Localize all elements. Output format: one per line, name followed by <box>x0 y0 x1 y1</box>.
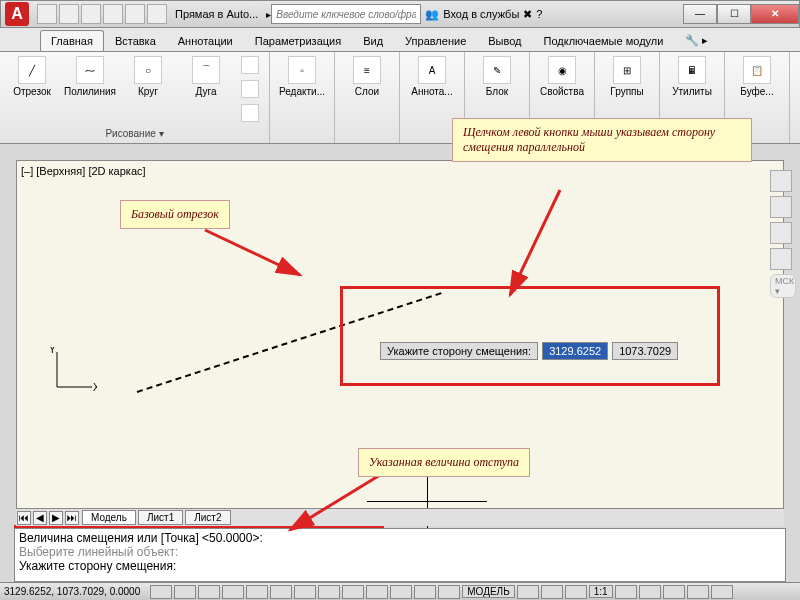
help-icon[interactable]: ? <box>536 8 542 20</box>
window-title: Прямая в Auto... <box>175 8 258 20</box>
sb-ws-icon[interactable] <box>615 585 637 599</box>
status-coords[interactable]: 3129.6252, 1073.7029, 0.0000 <box>4 586 140 597</box>
minimize-button[interactable]: — <box>683 4 717 24</box>
layers-button[interactable]: ≡Слои <box>339 54 395 99</box>
callout-click: Щелчком левой кнопки мыши указываем стор… <box>452 118 752 162</box>
polyline-button[interactable]: ⁓Полилиния <box>62 54 118 99</box>
draw-small-2[interactable] <box>236 78 264 100</box>
callout-base: Базовый отрезок <box>120 200 230 229</box>
annot-button[interactable]: AАннота... <box>404 54 460 99</box>
utils-button[interactable]: 🖩Утилиты <box>664 54 720 99</box>
status-model[interactable]: МОДЕЛЬ <box>462 585 514 598</box>
nav-orbit-icon[interactable] <box>770 248 792 270</box>
line-icon: ╱ <box>18 56 46 84</box>
sb-sc-icon[interactable] <box>438 585 460 599</box>
status-scale[interactable]: 1:1 <box>589 585 613 598</box>
line-button[interactable]: ╱Отрезок <box>4 54 60 99</box>
sb-grid-icon[interactable] <box>174 585 196 599</box>
draw-small-1[interactable] <box>236 54 264 76</box>
sb-ducs-icon[interactable] <box>318 585 340 599</box>
app-icon[interactable]: A <box>5 2 29 26</box>
arc-icon: ⌒ <box>192 56 220 84</box>
cmd-line-1: Величина смещения или [Точка] <50.0000>: <box>19 531 781 545</box>
command-line[interactable]: Величина смещения или [Точка] <50.0000>:… <box>14 528 786 582</box>
sb-qv-icon[interactable] <box>541 585 563 599</box>
props-icon: ◉ <box>548 56 576 84</box>
qat-redo-icon[interactable] <box>125 4 145 24</box>
tab-annotate[interactable]: Аннотации <box>167 30 244 51</box>
edit-icon: ▫ <box>288 56 316 84</box>
sb-clean-icon[interactable] <box>711 585 733 599</box>
layout-next-icon[interactable]: ▶ <box>49 511 63 525</box>
layout-first-icon[interactable]: ⏮ <box>17 511 31 525</box>
qat-new-icon[interactable] <box>37 4 57 24</box>
sb-max-icon[interactable] <box>517 585 539 599</box>
qat-print-icon[interactable] <box>147 4 167 24</box>
status-bar: 3129.6252, 1073.7029, 0.0000 МОДЕЛЬ 1:1 <box>0 582 800 600</box>
close-button[interactable]: ✕ <box>751 4 799 24</box>
arc-button[interactable]: ⌒Дуга <box>178 54 234 99</box>
tab-more[interactable]: 🔧 ▸ <box>674 29 719 51</box>
ribbon-tabs: Главная Вставка Аннотации Параметризация… <box>0 28 800 52</box>
callout-offset: Указанная величина отступа <box>358 448 530 477</box>
qat-save-icon[interactable] <box>81 4 101 24</box>
viewport-label[interactable]: [–] [Верхняя] [2D каркас] <box>21 165 146 177</box>
sb-osnap-icon[interactable] <box>246 585 268 599</box>
utils-icon: 🖩 <box>678 56 706 84</box>
qat-undo-icon[interactable] <box>103 4 123 24</box>
text-icon: A <box>418 56 446 84</box>
tab-output[interactable]: Вывод <box>477 30 532 51</box>
sb-lwt-icon[interactable] <box>366 585 388 599</box>
nav-wheel-icon[interactable] <box>770 170 792 192</box>
block-icon: ✎ <box>483 56 511 84</box>
nav-zoom-icon[interactable] <box>770 222 792 244</box>
sb-lock-icon[interactable] <box>639 585 661 599</box>
layout-tab-model[interactable]: Модель <box>82 510 136 525</box>
tab-plugins[interactable]: Подключаемые модули <box>533 30 675 51</box>
sb-tpy-icon[interactable] <box>390 585 412 599</box>
sb-iso-icon[interactable] <box>687 585 709 599</box>
layout-last-icon[interactable]: ⏭ <box>65 511 79 525</box>
layout-tab-2[interactable]: Лист2 <box>185 510 230 525</box>
maximize-button[interactable]: ☐ <box>717 4 751 24</box>
draw-small-3[interactable] <box>236 102 264 124</box>
signin-link[interactable]: Вход в службы <box>443 8 519 20</box>
tab-parametric[interactable]: Параметризация <box>244 30 352 51</box>
tab-manage[interactable]: Управление <box>394 30 477 51</box>
sb-3dosnap-icon[interactable] <box>270 585 292 599</box>
svg-text:Y: Y <box>49 347 56 355</box>
sb-hw-icon[interactable] <box>663 585 685 599</box>
sb-ann-icon[interactable] <box>565 585 587 599</box>
cmd-line-3: Укажите сторону смещения: <box>19 559 781 573</box>
tab-view[interactable]: Вид <box>352 30 394 51</box>
layout-tabs: ⏮ ◀ ▶ ⏭ Модель Лист1 Лист2 <box>16 508 784 526</box>
clip-button[interactable]: 📋Буфе... <box>729 54 785 99</box>
sb-snap-icon[interactable] <box>150 585 172 599</box>
sb-otrack-icon[interactable] <box>294 585 316 599</box>
sb-ortho-icon[interactable] <box>198 585 220 599</box>
groups-button[interactable]: ⊞Группы <box>599 54 655 99</box>
panel-draw-title[interactable]: Рисование ▾ <box>4 126 265 141</box>
svg-text:X: X <box>93 382 97 393</box>
circle-button[interactable]: ○Круг <box>120 54 176 99</box>
ucs-icon: XY <box>47 347 97 401</box>
sb-qp-icon[interactable] <box>414 585 436 599</box>
exchange-icon[interactable]: ✖ <box>523 8 532 21</box>
groups-icon: ⊞ <box>613 56 641 84</box>
layers-icon: ≡ <box>353 56 381 84</box>
layout-tab-1[interactable]: Лист1 <box>138 510 183 525</box>
tab-home[interactable]: Главная <box>40 30 104 51</box>
infocenter-icon[interactable]: 👥 <box>425 8 439 21</box>
tab-insert[interactable]: Вставка <box>104 30 167 51</box>
sb-dyn-icon[interactable] <box>342 585 364 599</box>
layout-prev-icon[interactable]: ◀ <box>33 511 47 525</box>
sb-polar-icon[interactable] <box>222 585 244 599</box>
nav-pan-icon[interactable] <box>770 196 792 218</box>
search-input[interactable] <box>271 4 421 24</box>
props-button[interactable]: ◉Свойства <box>534 54 590 99</box>
coord-system-badge[interactable]: МСК ▾ <box>770 274 796 298</box>
qat-open-icon[interactable] <box>59 4 79 24</box>
edit-button[interactable]: ▫Редакти... <box>274 54 330 99</box>
block-button[interactable]: ✎Блок <box>469 54 525 99</box>
circle-icon: ○ <box>134 56 162 84</box>
